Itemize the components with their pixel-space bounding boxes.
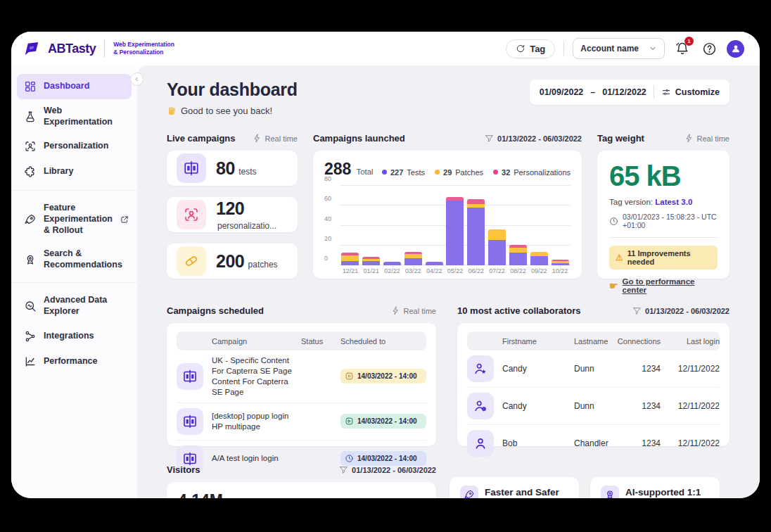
nodes-icon: [24, 330, 37, 343]
collaborators-filter[interactable]: 01/13/2022 - 06/03/2022: [632, 306, 729, 315]
connections: 1234: [610, 438, 661, 448]
scheduled-campaign-row[interactable]: [desktop] popup login HP multipage14/03/…: [177, 403, 426, 441]
tag-weight-value: 65 kB: [609, 160, 718, 192]
flask-icon: [24, 110, 37, 123]
sidebar-item-library[interactable]: Library: [17, 159, 132, 184]
sidebar-item-integrations[interactable]: Integrations: [17, 324, 132, 349]
filter-icon: [632, 306, 642, 315]
warning-icon: ⚠: [616, 253, 623, 262]
performance-center-link[interactable]: ☛ Go to performance center: [609, 277, 718, 294]
sidebar-divider: [11, 282, 137, 283]
x-tick-label: 09/22: [528, 267, 549, 274]
bar-12/21[interactable]: [340, 186, 361, 265]
scheduled-badge: 14/03/2022 - 14:00: [340, 414, 426, 429]
stat-unit: patches: [246, 260, 277, 270]
sliders-icon: [661, 87, 671, 97]
x-tick-label: 10/22: [549, 267, 571, 274]
sidebar-item-personalization[interactable]: Personalization: [17, 134, 132, 159]
promo-card[interactable]: Faster and Safer Releases Through Experi…: [450, 477, 579, 498]
pointing-hand-icon: ☛: [609, 281, 618, 291]
user-avatar[interactable]: [727, 40, 744, 58]
y-tick-label: 60: [324, 195, 331, 202]
account-name-dropdown[interactable]: Account name: [573, 38, 665, 59]
sidebar-item-advanced-data-explorer[interactable]: Advanced Data Explorer: [17, 289, 132, 323]
stat-unit: personalizatio...: [217, 221, 276, 231]
bar-04/22[interactable]: [423, 186, 445, 265]
grid-icon: [24, 80, 37, 93]
sidebar-item-label: Personalization: [44, 141, 125, 152]
lastname: Chandler: [574, 438, 610, 448]
live-stat-card-personalizatio[interactable]: 120 personalizatio...: [167, 197, 298, 232]
sidebar-collapse-button[interactable]: [130, 72, 144, 86]
chevron-down-icon: [649, 44, 657, 53]
bar-07/22[interactable]: [487, 186, 508, 265]
sidebar-item-feature-experimentation-rollout[interactable]: Feature Experimentation & Rollout: [17, 196, 132, 242]
tag-timestamp: 03/01/2023 - 15:08:23 - UTC +01:00: [609, 213, 718, 229]
help-button[interactable]: [700, 39, 718, 58]
bar-06/22[interactable]: [466, 186, 487, 265]
customize-button[interactable]: Customize: [661, 87, 720, 97]
firstname: Candy: [502, 401, 574, 411]
x-tick-label: 12/21: [340, 267, 361, 274]
bar-segment-tests: [530, 256, 548, 265]
visitors-filter[interactable]: 01/13/2022 - 06/03/2022: [339, 465, 436, 474]
bar-08/22[interactable]: [508, 186, 529, 265]
tag-button[interactable]: Tag: [506, 39, 555, 58]
promo-card[interactable]: AI-supported 1:1 personalization in e-co…: [590, 477, 720, 498]
rocket-icon: [460, 486, 478, 498]
sidebar-item-performance[interactable]: Performance: [17, 349, 132, 374]
collaborator-row[interactable]: CandyDunn123412/11/2022: [467, 350, 720, 388]
firstname: Candy: [502, 364, 574, 374]
header-divider: [563, 42, 564, 56]
pause-icon: [345, 372, 354, 381]
campaigns-launched-filter[interactable]: 01/13/2022 - 06/03/2022: [485, 134, 582, 143]
sidebar-item-label: Integrations: [44, 331, 125, 342]
sidebar-item-dashboard[interactable]: Dashboard: [17, 74, 132, 99]
connections: 1234: [610, 364, 661, 374]
realtime-indicator: Real time: [684, 134, 729, 143]
live-campaigns-title: Live campaigns: [167, 133, 236, 144]
campaigns-scheduled-section: Campaigns scheduled Real time Campaign S…: [167, 305, 436, 446]
improvements-badge[interactable]: ⚠ 11 Improvements needed: [609, 246, 718, 270]
collaborator-row[interactable]: CandyDunn123412/11/2022: [467, 388, 720, 425]
campaigns-launched-title: Campaigns launched: [313, 133, 405, 144]
bar-segment-tests: [552, 263, 569, 265]
x-tick-label: 07/22: [487, 267, 508, 274]
clock-icon: [609, 217, 618, 226]
sidebar-item-label: Library: [44, 166, 125, 177]
bar-01/21[interactable]: [361, 186, 382, 265]
sidebar-item-web-experimentation[interactable]: Web Experimentation: [17, 99, 132, 134]
brand: ABTasty Web Experimentation& Personaliza…: [23, 39, 174, 58]
x-tick-label: 01/21: [361, 267, 382, 274]
filter-icon: [485, 134, 494, 143]
y-tick-label: 0: [324, 255, 328, 262]
scheduled-campaign-row[interactable]: UK - Specific Content For Capterra SE Pa…: [177, 350, 426, 403]
notifications-button[interactable]: 1: [673, 39, 692, 58]
tag-weight-section: Tag weight Real time 65 kB Tag version: …: [597, 133, 729, 290]
campaign-name: UK - Specific Content For Capterra SE Pa…: [212, 355, 301, 398]
live-stat-card-patches[interactable]: 200 patches: [167, 243, 298, 279]
bar-05/22[interactable]: [445, 186, 466, 265]
tag-version: Tag version: Latest 3.0: [609, 198, 718, 206]
collaborator-row[interactable]: BobChandler123412/11/2022: [467, 425, 720, 462]
bar-10/22[interactable]: [549, 186, 571, 265]
abtasty-logo-icon: [23, 39, 41, 58]
sidebar-item-search-recommendations[interactable]: Search & Recommendations: [17, 242, 132, 277]
live-stat-card-tests[interactable]: 80 tests: [167, 151, 298, 186]
date-range-picker[interactable]: 01/09/2022 – 01/12/2022 Customize: [530, 80, 729, 105]
y-tick-label: 40: [324, 215, 331, 222]
sidebar-item-label: Advanced Data Explorer: [44, 295, 125, 317]
filter-icon: [339, 465, 348, 474]
top-right-controls: Tag Account name 1: [506, 38, 744, 59]
visitors-title: Visitors: [167, 464, 200, 475]
top-bar: ABTasty Web Experimentation& Personaliza…: [11, 32, 760, 65]
bar-segment-patches: [341, 255, 359, 261]
bar-02/22[interactable]: [382, 186, 403, 265]
tag-weight-card: 65 kB Tag version: Latest 3.0 03/01/2023…: [597, 151, 729, 279]
brand-name: ABTasty: [48, 42, 96, 56]
bar-03/22[interactable]: [402, 186, 423, 265]
notification-badge: 1: [684, 37, 694, 46]
stacked-bar-chart: [340, 186, 571, 265]
bar-09/22[interactable]: [528, 186, 549, 265]
bar-segment-tests: [426, 262, 443, 265]
